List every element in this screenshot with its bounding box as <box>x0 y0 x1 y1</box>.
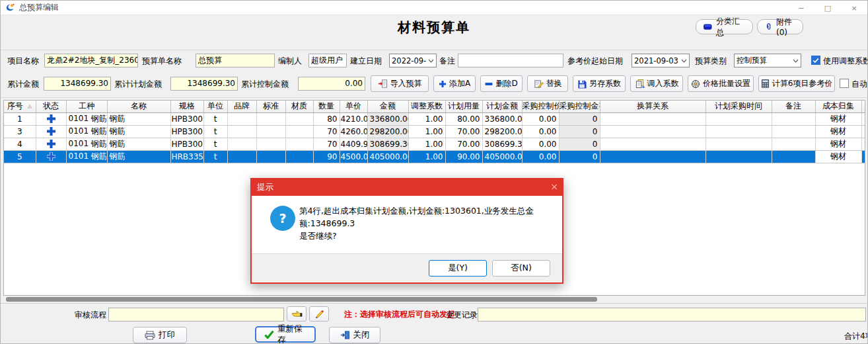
maximize-button[interactable]: □ <box>814 1 841 15</box>
close-button[interactable]: × <box>841 1 867 15</box>
import-budget-button[interactable]: 导入预算 <box>371 75 429 92</box>
copy-pages-icon <box>635 79 645 89</box>
printer-icon <box>145 331 155 340</box>
add-row-button[interactable]: 添加A <box>433 75 476 92</box>
price-batch-button[interactable]: 价格批量设置 <box>688 75 754 92</box>
dialog-titlebar: 提示 × <box>252 179 562 196</box>
budget-type-label: 预算类别 <box>695 54 727 68</box>
col-qty[interactable]: 数量 <box>313 101 340 112</box>
row-status-plus-icon <box>36 152 66 161</box>
auto-wrap-checkbox[interactable] <box>840 79 849 88</box>
sort-icon <box>27 104 32 108</box>
col-unit[interactable]: 单位 <box>203 101 227 112</box>
replace-button[interactable]: 替换 <box>527 75 568 92</box>
col-brand[interactable]: 品牌 <box>227 101 256 112</box>
save-coeff-button[interactable]: 另存系数 <box>573 75 626 92</box>
col-plan-amount[interactable]: 计划金额 <box>482 101 522 112</box>
col-conversion[interactable]: 换算关系 <box>600 101 705 112</box>
note-input[interactable] <box>458 54 563 67</box>
col-material[interactable]: 材质 <box>285 101 313 112</box>
total-plan-value: 1348699.30 <box>170 77 238 91</box>
select-flow-button[interactable] <box>287 306 307 322</box>
replace-icon <box>534 79 544 89</box>
table-row[interactable]: 1 0101 钢筋 钢筋 HPB300 t 80 4210.00 336800.… <box>4 112 865 125</box>
row-status-plus-icon <box>36 114 66 123</box>
author-value: 超级用户 <box>308 54 347 67</box>
total-count: 合计4项 <box>844 331 868 342</box>
col-coeff[interactable]: 调整系数 <box>408 101 445 112</box>
green-check-icon <box>264 330 274 339</box>
col-amount[interactable]: 金额 <box>367 101 408 112</box>
change-log-label: 变更记录 <box>446 308 478 322</box>
calc-ref-price-button[interactable]: 计算6项目参考价 <box>758 75 835 92</box>
sheet-name-input[interactable]: 总预算 <box>196 54 275 67</box>
grid-header-row: 序号 状态 工种 名称 规格 单位 品牌 标准 材质 数量 单价 金额 调整系数… <box>4 101 865 112</box>
ref-price-date-select[interactable]: 2021-09-03 <box>632 54 690 67</box>
col-ctrl-price[interactable]: 采购控制价 <box>522 101 559 112</box>
close-form-button[interactable]: 关闭 <box>329 327 380 343</box>
divider <box>1 97 867 98</box>
project-name-input[interactable]: 龙鼎2#2地块_复制_2360 <box>44 54 138 67</box>
project-name-label: 项目名称 <box>7 54 39 68</box>
col-worktype[interactable]: 工种 <box>66 101 107 112</box>
total-amount-label: 累计金额 <box>7 77 39 91</box>
window-title: 总预算编辑 <box>19 2 59 13</box>
col-name[interactable]: 名称 <box>107 101 170 112</box>
load-coeff-button[interactable]: 调入系数 <box>630 75 683 92</box>
row-status-plus-icon <box>36 127 66 136</box>
create-date-label: 建立日期 <box>350 54 382 68</box>
author-label: 编制人 <box>278 54 302 68</box>
total-plan-label: 累计计划金额 <box>114 77 162 91</box>
calculator-icon <box>761 79 770 89</box>
delete-row-button[interactable]: 删除D <box>480 75 523 92</box>
col-seq[interactable]: 序号 <box>4 101 36 112</box>
category-summary-button[interactable]: 分类汇总 <box>696 19 753 34</box>
col-cost-group[interactable]: 成本归集 <box>815 101 861 112</box>
col-standard[interactable]: 标准 <box>256 101 285 112</box>
dialog-message: 第4行,超出成本归集计划金额,计划金额:1303601,业务发生总金额:1348… <box>299 204 553 242</box>
review-flow-input[interactable] <box>108 308 284 322</box>
resave-button[interactable]: 重新保存 <box>255 326 316 343</box>
app-logo-icon <box>5 3 15 13</box>
dialog-title: 提示 <box>257 182 273 193</box>
chevron-down-icon <box>679 59 689 63</box>
review-flow-label: 审核流程 <box>75 308 106 322</box>
col-price[interactable]: 单价 <box>340 101 367 112</box>
edit-flow-button[interactable] <box>309 306 329 322</box>
use-adjust-coeff-checkbox[interactable] <box>811 56 820 65</box>
chevron-down-icon <box>426 59 436 63</box>
plus-icon <box>439 80 447 88</box>
dialog-no-button[interactable]: 否(N) <box>492 260 550 277</box>
col-note[interactable]: 备注 <box>772 101 815 112</box>
question-icon: ? <box>270 206 295 231</box>
floppy-disk-icon <box>577 79 587 89</box>
col-plan-qty[interactable]: 计划用量 <box>445 101 482 112</box>
review-note: 注：选择审核流程后可自动发起 <box>344 309 455 320</box>
horizontal-scrollbar[interactable] <box>3 297 865 302</box>
table-row[interactable]: 4 0101 钢筋 钢筋 HPB300 t 70 4409.99 308699.… <box>4 138 865 150</box>
change-log-input[interactable] <box>478 308 866 322</box>
divider <box>1 50 867 50</box>
dialog-yes-button[interactable]: 是(Y) <box>429 260 487 277</box>
pencil-icon <box>314 309 324 319</box>
dialog-close-icon[interactable]: × <box>550 181 558 192</box>
note-label: 备注 <box>439 54 455 68</box>
compass-icon <box>691 79 700 89</box>
col-ctrl-amount[interactable]: 采购控制金额 <box>559 101 600 112</box>
create-date-select[interactable]: 2022-09-03 <box>389 54 437 67</box>
budget-edit-window: 总预算编辑 ─ □ × 材料预算单 分类汇总 附件(0) 项目名称 龙鼎2#2地… <box>0 0 868 344</box>
minus-icon <box>485 82 493 86</box>
col-plan-time[interactable]: 计划采购时间 <box>705 101 772 112</box>
attachment-button[interactable]: 附件(0) <box>757 19 803 34</box>
budget-type-select[interactable]: 控制预算 <box>734 54 801 67</box>
table-row[interactable]: 3 0101 钢筋 钢筋 HPB300 t 70 4260.00 298200.… <box>4 125 865 138</box>
paperclip-icon <box>764 22 773 31</box>
col-status[interactable]: 状态 <box>36 101 66 112</box>
print-button[interactable]: 打印 <box>133 327 187 343</box>
chevron-down-icon <box>791 59 801 63</box>
col-spec[interactable]: 规格 <box>170 101 203 112</box>
scrollbar-thumb[interactable] <box>6 297 597 302</box>
minimize-button[interactable]: ─ <box>788 1 814 15</box>
ref-price-date-label: 参考价起始日期 <box>567 54 623 68</box>
table-row-selected[interactable]: 5 0101 钢筋 钢筋 HRB335 t 90 4500.00 405000.… <box>4 150 865 163</box>
